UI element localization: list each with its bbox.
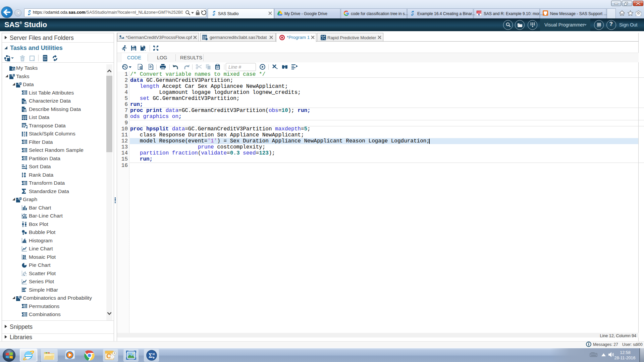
svg-text:α: α: [153, 352, 155, 356]
svg-text:;: ;: [151, 67, 152, 70]
svg-text:Σ: Σ: [149, 352, 153, 359]
